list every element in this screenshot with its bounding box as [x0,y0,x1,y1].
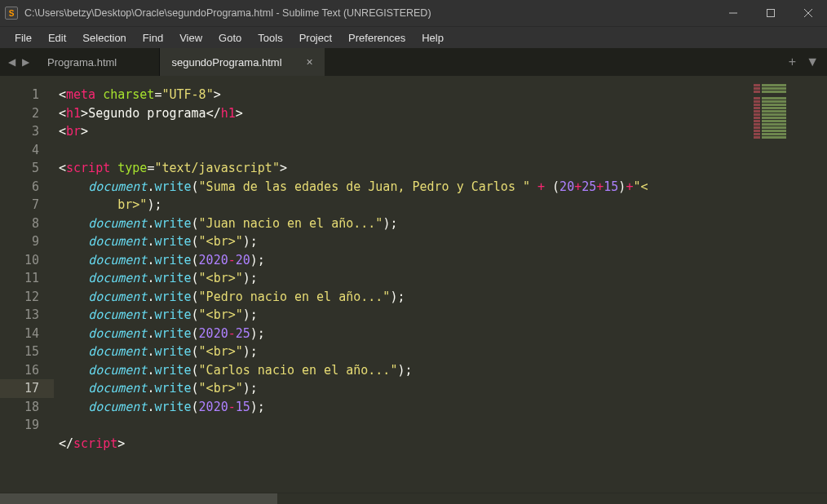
line-number: 10 [0,251,39,270]
line-number: 15 [0,343,39,361]
minimap[interactable] [737,76,827,493]
tab-menu-icon[interactable]: ▼ [806,55,819,69]
menu-bar: File Edit Selection Find View Goto Tools… [0,26,827,48]
tab-bar: ◀ ▶ Programa.html × segundoPrograma.html… [0,48,827,76]
menu-goto[interactable]: Goto [210,29,250,47]
editor-area: 1 2 3 4 5 6 7 8 9 10 11 12 13 14 15 16 1… [0,76,827,493]
menu-find[interactable]: Find [135,29,171,47]
menu-selection[interactable]: Selection [74,29,134,47]
horizontal-scrollbar[interactable] [0,493,827,504]
minimize-button[interactable] [714,0,752,26]
line-number: 4 [0,141,39,160]
minimap-preview [754,84,819,141]
tab-programa[interactable]: Programa.html × [36,48,159,76]
window-title: C:\Users\betzy\Desktop\Oracle\segundoPro… [24,7,714,19]
tab-label: segundoPrograma.html [171,56,281,69]
line-number: 13 [0,306,39,325]
line-number-gutter[interactable]: 1 2 3 4 5 6 7 8 9 10 11 12 13 14 15 16 1… [0,76,54,493]
line-number: 5 [0,159,39,178]
menu-help[interactable]: Help [414,29,452,47]
tab-close-icon[interactable]: × [307,55,313,69]
tab-segundoprograma[interactable]: segundoPrograma.html × [160,48,324,76]
window-controls [714,0,827,26]
code-editor[interactable]: <meta charset="UTF-8"> <h1>Segundo progr… [54,76,737,493]
close-button[interactable] [789,0,827,26]
tab-back-icon[interactable]: ◀ [8,56,15,68]
line-number: 1 [0,86,39,104]
tab-forward-icon[interactable]: ▶ [22,56,29,68]
line-number: 17 [0,379,54,398]
menu-tools[interactable]: Tools [250,29,290,47]
line-number: 8 [0,214,39,233]
line-number: 11 [0,269,39,288]
menu-file[interactable]: File [7,29,40,47]
line-number: 6 [0,178,39,197]
app-badge-icon: S [5,7,18,20]
line-number: 18 [0,398,39,417]
menu-view[interactable]: View [171,29,210,47]
maximize-button[interactable] [752,0,789,26]
menu-project[interactable]: Project [291,29,340,47]
menu-preferences[interactable]: Preferences [340,29,414,47]
line-number: 9 [0,232,39,251]
line-number: 12 [0,288,39,307]
tab-history-nav: ◀ ▶ [0,48,36,76]
line-number: 19 [0,416,39,435]
line-number: 7 [0,196,39,214]
menu-edit[interactable]: Edit [40,29,74,47]
title-bar[interactable]: S C:\Users\betzy\Desktop\Oracle\segundoP… [0,0,827,26]
svg-rect-1 [767,10,775,17]
new-tab-icon[interactable]: + [789,55,796,69]
line-number: 3 [0,122,39,141]
line-number: 16 [0,361,39,380]
scrollbar-thumb[interactable] [0,493,277,504]
line-number: 2 [0,104,39,123]
line-number: 14 [0,325,39,343]
tab-label: Programa.html [47,56,117,69]
